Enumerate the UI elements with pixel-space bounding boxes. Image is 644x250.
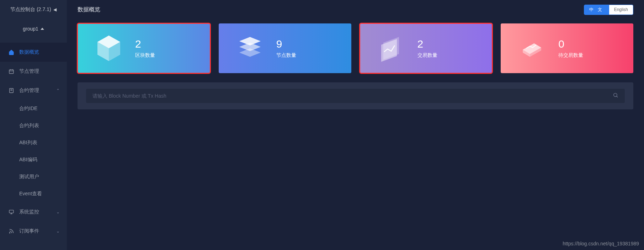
chart-icon <box>377 33 405 63</box>
app-title: 节点控制台 (2.7.1) <box>10 6 51 13</box>
main-content: 数据概览 中 文 English 2 区块数量 <box>67 0 644 250</box>
search-input-wrap <box>86 89 625 103</box>
card-label: 待交易数量 <box>558 52 583 59</box>
sub-test-user[interactable]: 测试用户 <box>0 168 67 185</box>
search-icon[interactable] <box>613 92 618 99</box>
card-value: 0 <box>558 38 583 50</box>
stack-icon <box>236 33 264 63</box>
group-selector[interactable]: group1 <box>0 19 67 38</box>
laptop-icon <box>518 33 546 63</box>
sub-contract-ide[interactable]: 合约IDE <box>0 100 67 117</box>
nav-subscribe-events[interactable]: 订阅事件 ⌄ <box>0 222 67 241</box>
nav-label: 合约管理 <box>19 87 39 94</box>
nav-data-overview[interactable]: 数据概览 <box>0 43 67 62</box>
nav-label: 数据概览 <box>19 49 39 55</box>
stat-cards: 2 区块数量 9 节点数量 <box>78 23 633 73</box>
page-title: 数据概览 <box>78 6 100 13</box>
lang-en-button[interactable]: English <box>609 5 633 15</box>
topbar: 数据概览 中 文 English <box>67 0 644 19</box>
search-input[interactable] <box>92 93 613 99</box>
nav-label: 系统监控 <box>19 209 39 215</box>
card-nodes[interactable]: 9 节点数量 <box>219 23 351 73</box>
svg-rect-0 <box>9 70 14 74</box>
cube-icon <box>95 33 123 63</box>
nav-node-management[interactable]: 节点管理 <box>0 62 67 81</box>
svg-point-11 <box>614 93 617 97</box>
watermark: https://blog.csdn.net/qq_19381989 <box>563 241 639 246</box>
sidebar-header: 节点控制台 (2.7.1) ◀ <box>0 0 67 19</box>
nav-menu: 数据概览 节点管理 合约管理 ⌃ 合约IDE 合约列表 ABI列表 ABI编码 … <box>0 43 67 241</box>
rss-icon <box>9 228 14 234</box>
document-icon <box>9 88 14 93</box>
card-value: 2 <box>417 38 437 50</box>
lang-zh-button[interactable]: 中 文 <box>584 5 608 15</box>
language-switcher: 中 文 English <box>584 5 633 15</box>
collapse-sidebar-icon[interactable]: ◀ <box>53 7 57 12</box>
nav-label: 节点管理 <box>19 68 39 75</box>
chevron-up-icon: ⌃ <box>56 88 60 93</box>
group-label: group1 <box>23 26 38 32</box>
card-pending-transactions[interactable]: 0 待交易数量 <box>501 23 633 73</box>
card-value: 2 <box>135 38 155 50</box>
card-blocks[interactable]: 2 区块数量 <box>78 23 210 73</box>
caret-up-icon <box>41 28 44 30</box>
sub-abi-encode[interactable]: ABI编码 <box>0 151 67 168</box>
search-panel <box>78 82 633 109</box>
monitor-icon <box>9 209 14 215</box>
nav-system-monitor[interactable]: 系统监控 ⌄ <box>0 202 67 222</box>
svg-point-10 <box>9 233 10 233</box>
home-icon <box>9 49 14 55</box>
svg-rect-7 <box>9 210 14 213</box>
nav-contract-management[interactable]: 合约管理 ⌃ <box>0 81 67 100</box>
chevron-down-icon: ⌄ <box>56 210 60 214</box>
chevron-down-icon: ⌄ <box>56 229 60 234</box>
sub-event-view[interactable]: Event查看 <box>0 185 67 202</box>
sidebar: 节点控制台 (2.7.1) ◀ group1 数据概览 节点管理 <box>0 0 67 250</box>
card-value: 9 <box>276 38 296 50</box>
sub-abi-list[interactable]: ABI列表 <box>0 134 67 151</box>
sub-contract-list[interactable]: 合约列表 <box>0 117 67 134</box>
card-label: 节点数量 <box>276 52 296 59</box>
svg-line-12 <box>617 96 618 97</box>
card-label: 区块数量 <box>135 52 155 59</box>
calendar-icon <box>9 69 14 74</box>
nav-label: 订阅事件 <box>19 228 39 234</box>
card-transactions[interactable]: 2 交易数量 <box>360 23 493 73</box>
card-label: 交易数量 <box>417 52 437 59</box>
